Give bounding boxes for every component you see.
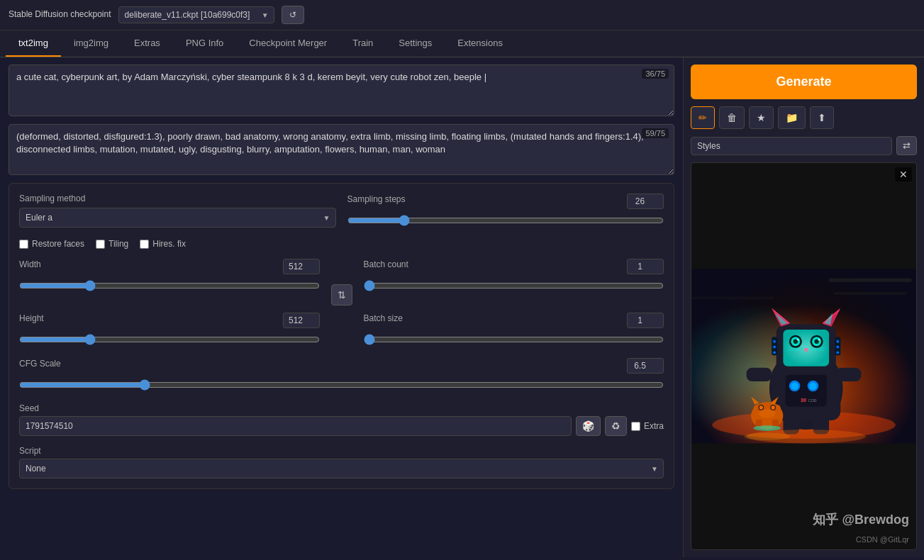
tab-txt2img[interactable]: txt2img — [6, 30, 61, 57]
trash-icon-button[interactable]: 🗑 — [719, 106, 745, 129]
batch-size-input[interactable] — [627, 313, 664, 328]
script-select[interactable]: None — [19, 459, 664, 478]
svg-text:COD: COD — [808, 398, 817, 403]
cfg-scale-slider[interactable] — [19, 379, 664, 391]
tab-checkpoint-merger[interactable]: Checkpoint Merger — [236, 30, 340, 57]
batch-count-input[interactable] — [627, 259, 664, 274]
tiling-checkbox-item[interactable]: Tiling — [96, 239, 128, 249]
star-icon-button[interactable]: ★ — [749, 106, 774, 129]
generate-button[interactable]: Generate — [691, 65, 917, 99]
negative-token-count: 59/75 — [642, 128, 669, 138]
tiling-checkbox[interactable] — [96, 240, 105, 249]
batch-size-slider[interactable] — [364, 334, 664, 345]
right-panel: Generate ✏ 🗑 ★ 📁 ⬆ Styles ⇄ ✕ — [683, 57, 924, 557]
svg-point-43 — [773, 346, 776, 349]
action-icons-row: ✏ 🗑 ★ 📁 ⬆ — [691, 106, 917, 129]
close-image-button[interactable]: ✕ — [895, 167, 912, 181]
svg-rect-16 — [747, 368, 772, 381]
sampling-method-label: Sampling method — [19, 194, 336, 203]
restore-faces-checkbox-item[interactable]: Restore faces — [19, 239, 84, 249]
tab-train[interactable]: Train — [340, 30, 386, 57]
svg-point-54 — [759, 405, 763, 409]
swap-dimensions-button[interactable]: ⇅ — [331, 284, 352, 306]
positive-prompt-container: 36/75 — [9, 65, 674, 118]
negative-prompt-container: 59/75 — [9, 124, 674, 178]
tab-settings[interactable]: Settings — [386, 30, 445, 57]
image-output: ✕ — [691, 162, 917, 550]
svg-point-42 — [773, 340, 776, 343]
checkpoint-info: Stable Diffusion checkpoint — [9, 9, 111, 21]
svg-point-29 — [804, 348, 808, 351]
folder-icon-button[interactable]: 📁 — [778, 106, 806, 129]
height-slider[interactable] — [19, 334, 320, 345]
sampling-steps-slider[interactable] — [347, 215, 664, 226]
svg-point-11 — [791, 382, 798, 389]
extra-checkbox[interactable] — [631, 422, 640, 431]
sampling-steps-input[interactable] — [627, 194, 664, 209]
svg-point-28 — [818, 339, 820, 341]
main-content: 36/75 59/75 Sampling method Euler a — [0, 57, 924, 557]
batch-count-label: Batch count — [364, 259, 408, 269]
svg-rect-4 — [834, 292, 908, 295]
styles-arrow-button[interactable]: ⇄ — [896, 136, 917, 155]
restore-faces-label: Restore faces — [32, 239, 84, 249]
svg-rect-3 — [829, 279, 911, 282]
width-input[interactable] — [283, 259, 320, 274]
batch-size-group: Batch size — [364, 313, 664, 348]
tab-bar: txt2img img2img Extras PNG Info Checkpoi… — [0, 30, 924, 57]
sampling-method-select-wrapper: Euler a — [19, 208, 336, 228]
checkpoint-select[interactable]: deliberate_v11.ckpt [10a699c0f3] — [118, 6, 274, 23]
seed-section: Seed 🎲 ♻ Extra — [19, 403, 664, 436]
tab-extras[interactable]: Extras — [121, 30, 173, 57]
refresh-button[interactable]: ↺ — [282, 6, 304, 24]
dims-grid: Width ⇅ Batch count — [19, 259, 664, 348]
hires-fix-label: Hires. fix — [152, 239, 186, 249]
restore-faces-checkbox[interactable] — [19, 240, 28, 249]
width-slider[interactable] — [19, 280, 320, 291]
cfg-scale-group: CFG Scale — [19, 358, 664, 393]
watermark-text: 知乎 @Brewdog — [813, 511, 909, 528]
positive-prompt-textarea[interactable] — [9, 65, 674, 116]
script-label: Script — [19, 446, 664, 456]
seed-input[interactable] — [19, 416, 572, 436]
cfg-scale-input[interactable] — [627, 358, 664, 374]
sampling-method-group: Sampling method Euler a — [19, 194, 336, 228]
svg-point-44 — [773, 351, 776, 354]
height-group: Height — [19, 313, 320, 348]
svg-point-47 — [836, 351, 839, 354]
svg-rect-5 — [691, 296, 774, 299]
styles-row: Styles ⇄ — [691, 136, 917, 155]
svg-point-27 — [797, 339, 799, 341]
svg-point-55 — [772, 405, 775, 409]
upload-icon-button[interactable]: ⬆ — [810, 106, 834, 129]
negative-prompt-textarea[interactable] — [9, 124, 674, 176]
dice-button[interactable]: 🎲 — [576, 416, 601, 436]
seed-label: Seed — [19, 403, 664, 413]
batch-count-slider[interactable] — [364, 280, 664, 291]
hires-fix-checkbox[interactable] — [140, 240, 149, 249]
positive-token-count: 36/75 — [642, 69, 669, 79]
controls-box: Sampling method Euler a Sampling steps — [9, 183, 674, 489]
svg-text:30: 30 — [801, 398, 806, 403]
tab-extensions[interactable]: Extensions — [445, 30, 516, 57]
pencil-icon-button[interactable]: ✏ — [691, 106, 715, 129]
width-label: Width — [19, 259, 41, 269]
tiling-label: Tiling — [108, 239, 128, 249]
sampling-method-select[interactable]: Euler a — [19, 208, 336, 228]
sampling-row: Sampling method Euler a Sampling steps — [19, 194, 664, 229]
styles-select[interactable]: Styles — [691, 137, 892, 155]
extra-checkbox-item[interactable]: Extra — [631, 421, 664, 431]
checkpoint-select-wrapper: deliberate_v11.ckpt [10a699c0f3] — [118, 6, 274, 23]
checkboxes-row: Restore faces Tiling Hires. fix — [19, 239, 664, 249]
batch-size-label: Batch size — [364, 313, 403, 323]
recycle-button[interactable]: ♻ — [605, 416, 627, 436]
batch-count-group: Batch count — [364, 259, 664, 294]
tab-img2img[interactable]: img2img — [61, 30, 121, 57]
generated-image: 30 COD — [691, 163, 916, 549]
height-input[interactable] — [283, 313, 320, 328]
seed-controls: 🎲 ♻ Extra — [19, 416, 664, 436]
tab-png-info[interactable]: PNG Info — [173, 30, 236, 57]
script-select-wrapper: None — [19, 459, 664, 478]
sampling-steps-label: Sampling steps — [347, 194, 406, 204]
hires-fix-checkbox-item[interactable]: Hires. fix — [140, 239, 186, 249]
